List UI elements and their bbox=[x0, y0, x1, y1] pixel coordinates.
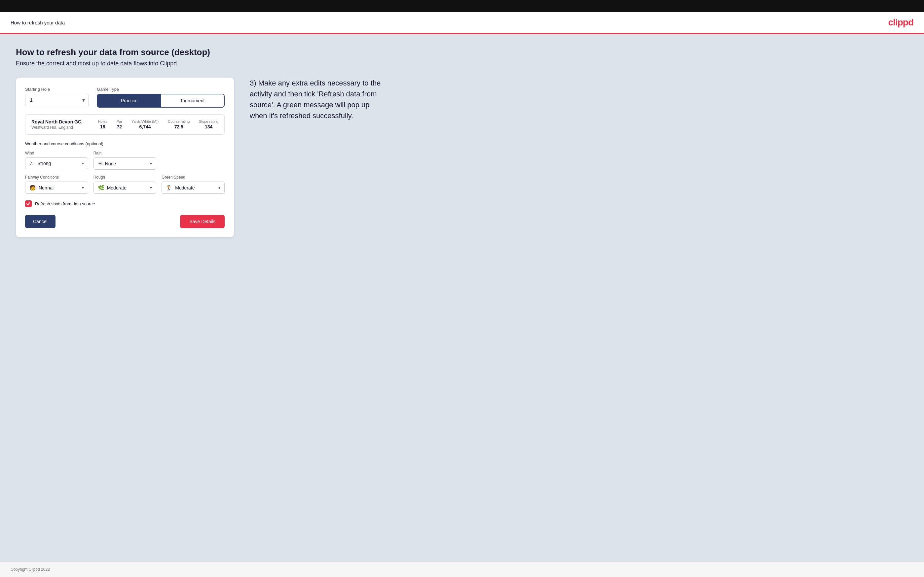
empty-col bbox=[162, 151, 225, 170]
game-type-toggle: Practice Tournament bbox=[97, 94, 225, 108]
rain-select[interactable]: ☀ None ▾ bbox=[94, 158, 157, 170]
main-content: How to refresh your data from source (de… bbox=[0, 34, 924, 561]
wind-icon: 🌬 bbox=[29, 160, 35, 166]
course-info-box: Royal North Devon GC, Westward Ho!, Engl… bbox=[25, 114, 225, 135]
holes-value: 18 bbox=[98, 124, 107, 129]
green-speed-label: Green Speed bbox=[162, 175, 225, 180]
refresh-checkbox-label: Refresh shots from data source bbox=[35, 201, 95, 206]
holes-label: Holes bbox=[98, 119, 107, 124]
side-description: 3) Make any extra edits necessary to the… bbox=[250, 77, 388, 121]
copyright: Copyright Clippd 2022 bbox=[11, 567, 50, 572]
rough-select[interactable]: 🌿 Moderate ▾ bbox=[94, 182, 157, 194]
side-text: 3) Make any extra edits necessary to the… bbox=[250, 77, 388, 121]
green-speed-group: Green Speed 🏌 Moderate ▾ bbox=[162, 175, 225, 194]
green-speed-select[interactable]: 🏌 Moderate ▾ bbox=[162, 182, 225, 194]
rough-value: Moderate bbox=[107, 185, 150, 190]
footer: Copyright Clippd 2022 bbox=[0, 561, 924, 577]
course-rating-label: Course rating bbox=[168, 119, 190, 124]
starting-hole-select-wrapper[interactable]: 1 ▾ bbox=[25, 94, 89, 106]
fairway-group: Fairway Conditions 🧑 Normal ▾ bbox=[25, 175, 88, 194]
rain-icon: ☀ bbox=[98, 160, 102, 167]
logo: clippd bbox=[888, 17, 913, 28]
rough-icon: 🌿 bbox=[98, 185, 104, 191]
fairway-label: Fairway Conditions bbox=[25, 175, 88, 180]
fairway-select[interactable]: 🧑 Normal ▾ bbox=[25, 182, 88, 194]
course-rating-value: 72.5 bbox=[168, 124, 190, 129]
header-title: How to refresh your data bbox=[11, 20, 65, 26]
holes-stat: Holes 18 bbox=[98, 119, 107, 129]
wind-rain-row: Wind 🌬 Strong ▾ Rain ☀ None ▾ bbox=[25, 151, 225, 170]
wind-label: Wind bbox=[25, 151, 88, 155]
tournament-button[interactable]: Tournament bbox=[161, 94, 224, 107]
page-heading: How to refresh your data from source (de… bbox=[16, 47, 908, 58]
slope-rating-stat: Slope rating 134 bbox=[199, 119, 218, 129]
wind-arrow-icon: ▾ bbox=[82, 161, 84, 166]
game-type-group: Game Type Practice Tournament bbox=[97, 87, 225, 108]
top-selects-row: Starting Hole 1 ▾ Game Type Practice Tou… bbox=[25, 87, 225, 108]
save-button[interactable]: Save Details bbox=[180, 215, 225, 228]
rough-group: Rough 🌿 Moderate ▾ bbox=[94, 175, 157, 194]
fairway-rough-green-row: Fairway Conditions 🧑 Normal ▾ Rough 🌿 Mo… bbox=[25, 175, 225, 194]
wind-group: Wind 🌬 Strong ▾ bbox=[25, 151, 88, 170]
wind-select[interactable]: 🌬 Strong ▾ bbox=[25, 158, 88, 169]
yards-stat: Yards/White (M)) 6,744 bbox=[131, 119, 158, 129]
fairway-arrow-icon: ▾ bbox=[82, 185, 84, 190]
content-area: Starting Hole 1 ▾ Game Type Practice Tou… bbox=[16, 77, 908, 237]
course-rating-stat: Course rating 72.5 bbox=[168, 119, 190, 129]
header: How to refresh your data clippd bbox=[0, 12, 924, 34]
conditions-label: Weather and course conditions (optional) bbox=[25, 141, 225, 146]
course-location: Westward Ho!, England bbox=[31, 125, 82, 130]
rain-group: Rain ☀ None ▾ bbox=[94, 151, 157, 170]
yards-value: 6,744 bbox=[131, 124, 158, 129]
green-speed-icon: 🏌 bbox=[166, 185, 173, 191]
rough-arrow-icon: ▾ bbox=[150, 185, 152, 190]
fairway-value: Normal bbox=[39, 185, 82, 190]
wind-value: Strong bbox=[37, 161, 82, 166]
rain-arrow-icon: ▾ bbox=[150, 161, 152, 166]
fairway-icon: 🧑 bbox=[29, 185, 36, 191]
par-label: Par bbox=[116, 119, 122, 124]
course-name: Royal North Devon GC, bbox=[31, 119, 82, 124]
card-footer: Cancel Save Details bbox=[25, 215, 225, 228]
par-value: 72 bbox=[116, 124, 122, 129]
par-stat: Par 72 bbox=[116, 119, 122, 129]
page-subtitle: Ensure the correct and most up to date d… bbox=[16, 60, 908, 67]
starting-hole-label: Starting Hole bbox=[25, 87, 89, 92]
green-speed-value: Moderate bbox=[175, 185, 218, 190]
rain-value: None bbox=[105, 161, 150, 166]
yards-label: Yards/White (M)) bbox=[131, 119, 158, 124]
rain-label: Rain bbox=[94, 151, 157, 155]
activity-card: Starting Hole 1 ▾ Game Type Practice Tou… bbox=[16, 77, 234, 237]
refresh-checkbox-row[interactable]: Refresh shots from data source bbox=[25, 200, 225, 207]
starting-hole-select[interactable]: 1 bbox=[25, 94, 89, 106]
refresh-checkbox[interactable] bbox=[25, 200, 32, 207]
course-details: Royal North Devon GC, Westward Ho!, Engl… bbox=[31, 119, 82, 130]
practice-button[interactable]: Practice bbox=[97, 94, 160, 107]
slope-rating-label: Slope rating bbox=[199, 119, 218, 124]
top-bar bbox=[0, 0, 924, 12]
rough-label: Rough bbox=[94, 175, 157, 180]
starting-hole-group: Starting Hole 1 ▾ bbox=[25, 87, 89, 108]
game-type-label: Game Type bbox=[97, 87, 225, 92]
slope-rating-value: 134 bbox=[199, 124, 218, 129]
cancel-button[interactable]: Cancel bbox=[25, 215, 55, 228]
green-speed-arrow-icon: ▾ bbox=[218, 185, 220, 190]
course-stats: Holes 18 Par 72 Yards/White (M)) 6,744 C… bbox=[98, 119, 218, 129]
